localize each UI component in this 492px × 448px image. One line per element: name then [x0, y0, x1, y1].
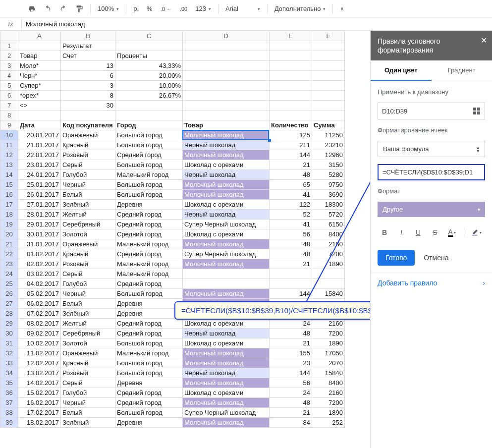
cell[interactable]: Моло* — [18, 61, 61, 71]
cell[interactable]: 12.02.2017 — [18, 358, 61, 368]
cell[interactable]: 155 — [270, 348, 312, 358]
cell[interactable]: Результат — [61, 41, 115, 51]
cell[interactable]: 7200 — [312, 249, 345, 259]
cell[interactable] — [183, 111, 270, 120]
row-header-11[interactable]: 11 — [0, 140, 18, 150]
cell[interactable]: Деревня — [115, 418, 183, 428]
cell[interactable]: 5720 — [312, 210, 345, 220]
cell[interactable]: 21 — [270, 259, 312, 269]
cell[interactable]: Молочный шоколад — [183, 398, 270, 408]
cell[interactable]: *орех* — [18, 91, 61, 101]
row-header-15[interactable]: 15 — [0, 180, 18, 190]
spreadsheet-grid[interactable]: ABCDEF1Результат2ТоварСчетПроценты3Моло*… — [0, 31, 370, 448]
cell[interactable]: 2160 — [312, 388, 345, 398]
cell[interactable]: Белый — [61, 299, 115, 309]
cell[interactable] — [312, 279, 345, 289]
cell[interactable]: Маленький город — [115, 348, 183, 358]
cell[interactable]: Молочный шоколад — [183, 130, 270, 140]
cell[interactable] — [183, 71, 270, 81]
cell[interactable] — [270, 81, 312, 91]
cell[interactable]: Серебряный — [61, 329, 115, 338]
cell[interactable] — [183, 41, 270, 51]
cell[interactable]: 01.02.2017 — [18, 249, 61, 259]
cell[interactable]: Деревня — [115, 309, 183, 319]
cell[interactable]: Молочный шоколад — [183, 348, 270, 358]
cell[interactable]: 8 — [61, 91, 115, 101]
cell[interactable]: 3690 — [312, 190, 345, 200]
more-tools-button[interactable]: Дополнительно — [272, 3, 329, 14]
underline-button[interactable]: U — [411, 226, 425, 239]
cell[interactable]: 27.01.2017 — [18, 200, 61, 210]
row-header-10[interactable]: 10 — [0, 130, 18, 140]
tab-gradient[interactable]: Градиент — [432, 60, 492, 81]
format-style-select[interactable]: Другое ▾ — [378, 202, 485, 217]
italic-button[interactable]: I — [394, 226, 408, 239]
cell[interactable]: Белый — [61, 190, 115, 200]
row-header-32[interactable]: 32 — [0, 348, 18, 358]
row-header-28[interactable]: 28 — [0, 309, 18, 319]
cell[interactable]: 21.01.2017 — [18, 140, 61, 150]
undo-icon[interactable] — [41, 3, 55, 15]
cell[interactable]: Средний город — [115, 210, 183, 220]
cell[interactable] — [115, 111, 183, 120]
row-header-27[interactable]: 27 — [0, 299, 18, 309]
percent-button[interactable]: % — [144, 3, 156, 14]
cell[interactable]: Голубой — [61, 170, 115, 180]
cell[interactable] — [183, 279, 270, 289]
decrease-decimal-button[interactable]: .0 ← — [158, 4, 175, 14]
row-header-21[interactable]: 21 — [0, 239, 18, 249]
cell[interactable]: 5280 — [312, 170, 345, 180]
cell[interactable]: Большой город — [115, 130, 183, 140]
cell[interactable]: Красный — [61, 358, 115, 368]
cell[interactable] — [270, 101, 312, 111]
formula-input[interactable]: Молочный шоколад — [22, 20, 492, 28]
cell[interactable]: Черный — [61, 180, 115, 190]
row-header-31[interactable]: 31 — [0, 338, 18, 348]
cell[interactable]: 08.02.2017 — [18, 319, 61, 329]
cell[interactable]: 28.01.2017 — [18, 210, 61, 220]
cell[interactable]: <> — [18, 101, 61, 111]
cell[interactable]: 252 — [312, 418, 345, 428]
tab-single-color[interactable]: Один цвет — [371, 60, 432, 81]
cell[interactable]: 144 — [270, 368, 312, 378]
cell[interactable]: Маленький город — [115, 259, 183, 269]
cell[interactable]: 1890 — [312, 338, 345, 348]
row-header-39[interactable]: 39 — [0, 418, 18, 428]
cell[interactable]: 02.02.2017 — [18, 259, 61, 269]
cell[interactable]: Шоколад с орехами — [183, 200, 270, 210]
cell[interactable]: 7200 — [312, 398, 345, 408]
cell[interactable]: 52 — [270, 210, 312, 220]
cell[interactable]: 1890 — [312, 259, 345, 269]
row-header-34[interactable]: 34 — [0, 368, 18, 378]
cell[interactable]: 9750 — [312, 180, 345, 190]
cell[interactable]: 23210 — [312, 140, 345, 150]
row-header-7[interactable]: 7 — [0, 101, 18, 111]
range-input[interactable]: D10:D39 — [378, 103, 485, 119]
row-header-16[interactable]: 16 — [0, 190, 18, 200]
close-icon[interactable]: ✕ — [481, 36, 487, 45]
row-header-1[interactable]: 1 — [0, 41, 18, 51]
cell[interactable]: Молочный шоколад — [183, 378, 270, 388]
cell[interactable]: Большой город — [115, 190, 183, 200]
cell[interactable]: Деревня — [115, 378, 183, 388]
cell[interactable]: 25.01.2017 — [18, 180, 61, 190]
cell[interactable]: 16.02.2017 — [18, 398, 61, 408]
cell[interactable]: 43,33% — [115, 61, 183, 71]
row-header-12[interactable]: 12 — [0, 150, 18, 160]
cell[interactable]: Большой город — [115, 368, 183, 378]
cell[interactable]: 20.01.2017 — [18, 130, 61, 140]
row-header-8[interactable]: 8 — [0, 111, 18, 120]
row-header-35[interactable]: 35 — [0, 378, 18, 388]
row-header-17[interactable]: 17 — [0, 200, 18, 210]
cell[interactable] — [61, 111, 115, 120]
currency-button[interactable]: р. — [130, 3, 142, 14]
cell[interactable]: 20,00% — [115, 71, 183, 81]
cell[interactable]: 2160 — [312, 239, 345, 249]
cell[interactable]: Сумма — [312, 120, 345, 130]
cell[interactable]: 10,00% — [115, 81, 183, 91]
cell[interactable]: 06.02.2017 — [18, 299, 61, 309]
cell[interactable]: Серебряный — [61, 220, 115, 229]
cell[interactable]: Деревня — [115, 200, 183, 210]
cell[interactable] — [312, 269, 345, 279]
cell[interactable]: 6 — [61, 71, 115, 81]
